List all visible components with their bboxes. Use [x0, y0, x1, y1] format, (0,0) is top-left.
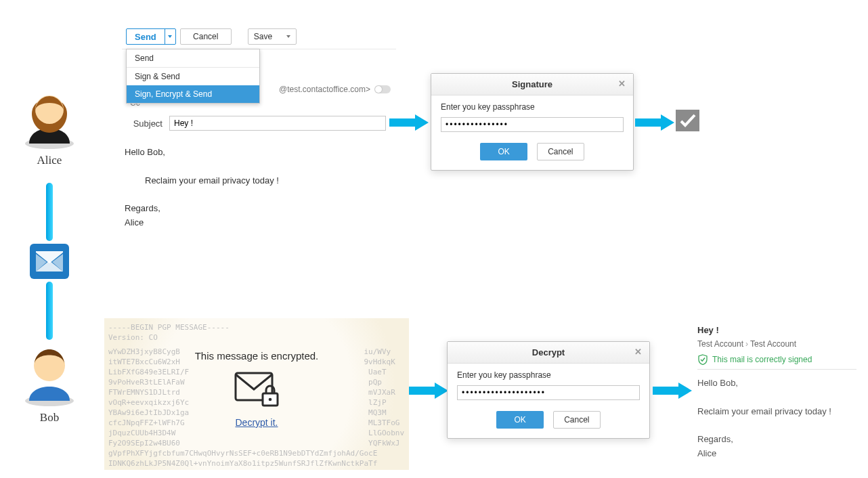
to-address: @test.contactoffice.com>	[279, 85, 370, 94]
send-dropdown-menu: Send Sign & Send Sign, Encrypt & Send	[126, 49, 260, 104]
send-dropdown-toggle[interactable]	[165, 29, 175, 44]
body-signature: Alice	[697, 447, 856, 461]
user-bob: Bob	[12, 339, 87, 425]
recipient-account: Test Account	[750, 339, 796, 349]
encrypted-overlay: This message is encrypted. Decrypt it.	[104, 351, 409, 429]
signed-text: This mail is correctly signed	[712, 355, 812, 364]
mail-subject: Hey !	[697, 325, 856, 335]
subject-input[interactable]	[169, 116, 386, 131]
mail-body: Hello Bob, Reclaim your email privacy to…	[697, 376, 856, 461]
pgp-header1: -----BEGIN PGP MESSAGE-----	[108, 322, 402, 332]
passphrase-prompt: Enter you key passphrase	[441, 102, 624, 112]
svg-marker-9	[635, 114, 674, 131]
flow-arrow-icon	[653, 381, 693, 401]
send-button-label: Send	[127, 29, 165, 44]
menu-item-sign-send[interactable]: Sign & Send	[127, 67, 259, 85]
user-alice: Alice	[12, 81, 87, 167]
flow-line-top	[46, 183, 53, 241]
body-greeting: Hello Bob,	[125, 146, 393, 160]
subject-label: Subject	[122, 118, 162, 129]
body-signature: Alice	[125, 216, 393, 230]
flow-arrow-icon	[635, 112, 676, 133]
body-line1: Reclaim your email privacy today !	[697, 405, 856, 419]
decrypt-link[interactable]: Decrypt it.	[235, 417, 278, 428]
encrypted-message-block: -----BEGIN PGP MESSAGE----- Version: CO …	[104, 318, 409, 470]
save-button[interactable]: Save	[248, 28, 297, 45]
dialog-title: Decrypt	[532, 347, 565, 357]
menu-item-send[interactable]: Send	[127, 49, 259, 67]
mail-app-logo-icon	[30, 244, 69, 279]
dialog-header: Decrypt ✕	[448, 342, 649, 364]
dialog-title: Signature	[512, 79, 552, 89]
body-greeting: Hello Bob,	[697, 376, 856, 391]
locked-envelope-icon	[233, 369, 280, 411]
body-regards: Regards,	[125, 202, 393, 216]
passphrase-input[interactable]	[441, 117, 624, 132]
body-regards: Regards,	[697, 433, 856, 447]
passphrase-input[interactable]	[457, 385, 640, 400]
compose-toolbar: Send Cancel Save	[122, 24, 396, 49]
cancel-button[interactable]: Cancel	[537, 143, 584, 160]
pgp-header2: Version: CO	[108, 332, 402, 343]
subject-row: Subject	[122, 112, 396, 135]
body-line1: Reclaim your email privacy today !	[145, 174, 393, 188]
caret-down-icon	[168, 35, 172, 38]
decrypt-dialog: Decrypt ✕ Enter you key passphrase OK Ca…	[447, 341, 650, 439]
signature-status: This mail is correctly signed	[697, 354, 856, 365]
flow-line-bottom	[46, 282, 53, 340]
divider	[697, 369, 856, 370]
flow-arrow-icon	[409, 381, 450, 401]
sender-account: Test Account	[697, 339, 743, 349]
cancel-button[interactable]: Cancel	[180, 28, 232, 45]
compose-pane: Send Cancel Save Send Sign & Send Sign, …	[122, 24, 396, 241]
menu-item-sign-encrypt-send[interactable]: Sign, Encrypt & Send	[127, 85, 259, 103]
svg-marker-14	[653, 383, 692, 399]
encrypted-notice: This message is encrypted.	[104, 351, 409, 361]
send-split-button[interactable]: Send	[126, 28, 176, 45]
alice-avatar-icon	[21, 81, 78, 151]
flow-arrow-icon	[389, 112, 430, 133]
signature-dialog: Signature ✕ Enter you key passphrase OK …	[431, 73, 634, 171]
compose-body[interactable]: Hello Bob, Reclaim your email privacy to…	[122, 135, 396, 241]
svg-marker-8	[389, 114, 429, 131]
ok-button[interactable]: OK	[496, 411, 544, 429]
ok-button[interactable]: OK	[480, 143, 527, 160]
decrypted-mail-view: Hey ! Test Account›Test Account This mai…	[697, 325, 856, 461]
alice-label: Alice	[12, 154, 87, 167]
svg-point-12	[269, 398, 272, 401]
close-icon[interactable]: ✕	[632, 345, 644, 357]
close-icon[interactable]: ✕	[615, 77, 628, 89]
caret-down-icon	[286, 35, 290, 38]
svg-marker-13	[409, 383, 448, 399]
save-button-label: Save	[254, 32, 272, 41]
bob-label: Bob	[12, 411, 87, 425]
dialog-header: Signature ✕	[431, 74, 633, 95]
bob-avatar-icon	[21, 339, 78, 408]
cancel-button[interactable]: Cancel	[553, 411, 601, 429]
passphrase-prompt: Enter you key passphrase	[457, 370, 640, 380]
toggle-switch[interactable]	[374, 85, 391, 93]
mail-accounts: Test Account›Test Account	[697, 339, 856, 349]
confirm-check-icon	[676, 110, 699, 131]
shield-check-icon	[697, 354, 708, 365]
